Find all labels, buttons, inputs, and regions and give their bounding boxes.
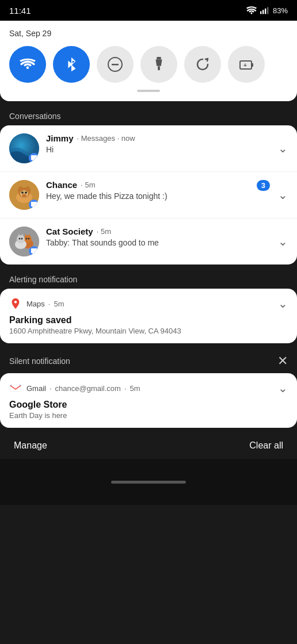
status-time: 11:41: [9, 6, 31, 16]
conversations-card: Jimmy · Messages · now Hi ⌄: [0, 125, 297, 264]
maps-time: 5m: [54, 300, 64, 308]
svg-rect-2: [265, 9, 266, 14]
jimmy-content: Jimmy · Messages · now Hi: [46, 133, 273, 154]
maps-notification[interactable]: Maps · 5m ⌄ Parking saved 1600 Amphithea…: [0, 289, 297, 343]
maps-header: Maps · 5m ⌄: [9, 297, 288, 310]
maps-app-name: Maps: [26, 300, 45, 308]
svg-rect-35: [10, 385, 21, 392]
svg-rect-10: [252, 63, 253, 67]
gmail-title: Google Store: [9, 400, 288, 410]
maps-icon: [9, 297, 22, 310]
flashlight-tile-icon: [151, 56, 167, 72]
gmail-subtitle: Earth Day is here: [9, 411, 288, 420]
tile-autorotate[interactable]: [184, 46, 221, 83]
maps-meta: Maps · 5m: [26, 300, 273, 308]
svg-point-21: [22, 194, 26, 197]
alerting-label: Alerting notification: [0, 269, 297, 289]
svg-rect-0: [260, 12, 261, 14]
messages-icon: [31, 155, 37, 162]
battery-saver-tile-icon: +: [238, 56, 254, 72]
cat-society-content: Cat Society · 5m Tabby: That sounds good…: [46, 227, 273, 247]
avatar-chance: [9, 180, 39, 210]
svg-point-34: [21, 238, 23, 240]
svg-text:+: +: [243, 62, 247, 68]
clear-all-button[interactable]: Clear all: [249, 440, 283, 451]
wifi-icon: [246, 6, 257, 14]
gmail-time: 5m: [130, 384, 140, 393]
svg-rect-3: [267, 7, 268, 14]
conversation-jimmy[interactable]: Jimmy · Messages · now Hi ⌄: [0, 125, 297, 172]
chance-content: Chance · 5m Hey, we made this Pizza toni…: [46, 180, 257, 201]
conversation-chance[interactable]: Chance · 5m Hey, we made this Pizza toni…: [0, 172, 297, 218]
avatar-cat-society: [9, 227, 39, 256]
svg-point-19: [21, 191, 24, 194]
gmail-icon: [9, 382, 22, 394]
svg-rect-7: [158, 66, 160, 70]
gmail-dot2: ·: [124, 384, 127, 393]
maps-address: 1600 Amphitheatre Pkwy, Mountain View, C…: [9, 327, 288, 335]
tile-flashlight[interactable]: [140, 46, 177, 83]
messages-badge-chance: [29, 200, 39, 210]
tile-battery-saver[interactable]: +: [228, 46, 265, 83]
gmail-email: chance@gmail.com: [55, 384, 121, 393]
tile-bluetooth[interactable]: [53, 46, 90, 83]
chance-header: Chance · 5m: [46, 180, 257, 190]
messages-badge-jimmy: [29, 153, 39, 163]
bluetooth-tile-icon: [63, 56, 79, 72]
avatar-jimmy: [9, 133, 39, 163]
chance-name: Chance: [46, 180, 77, 190]
autorotate-tile-icon: [195, 56, 211, 72]
messages-badge-cat: [29, 246, 39, 256]
svg-rect-5: [112, 64, 119, 66]
gmail-notification[interactable]: Gmail · chance@gmail.com · 5m ⌄ Google S…: [0, 373, 297, 428]
svg-point-30: [17, 235, 25, 243]
silent-header: Silent notification ✕: [0, 348, 297, 373]
manage-button[interactable]: Manage: [14, 440, 47, 451]
tile-dnd[interactable]: [97, 46, 134, 83]
silent-close-button[interactable]: ✕: [277, 354, 288, 369]
svg-point-27: [26, 238, 28, 240]
battery-indicator: 83%: [273, 6, 288, 15]
date-display: Sat, Sep 29: [9, 29, 288, 38]
svg-point-20: [25, 191, 27, 194]
svg-rect-1: [262, 10, 264, 14]
home-indicator[interactable]: [111, 481, 186, 484]
chance-time: · 5m: [81, 181, 95, 189]
svg-point-33: [19, 238, 21, 240]
jimmy-app: · Messages · now: [77, 134, 135, 143]
chance-expand-icon[interactable]: ⌄: [278, 188, 288, 202]
status-icons: 83%: [246, 6, 288, 15]
quick-settings-panel: Sat, Sep 29: [0, 21, 297, 101]
chance-badge: 3: [257, 180, 270, 191]
tile-wifi[interactable]: [9, 46, 46, 83]
signal-icon: [260, 6, 269, 14]
maps-dot: ·: [48, 300, 51, 308]
jimmy-message: Hi: [46, 145, 273, 154]
cat-society-name: Cat Society: [46, 227, 93, 236]
maps-title: Parking saved: [9, 315, 288, 325]
maps-expand-icon[interactable]: ⌄: [278, 297, 288, 310]
cat-society-message: Tabby: That sounds good to me: [46, 238, 273, 247]
messages-icon-cat: [31, 248, 37, 255]
svg-point-28: [28, 238, 30, 240]
conversation-cat-society[interactable]: Cat Society · 5m Tabby: That sounds good…: [0, 218, 297, 264]
quick-tiles-row: +: [9, 46, 288, 83]
svg-rect-6: [157, 57, 161, 60]
conversations-label: Conversations: [0, 106, 297, 125]
cat-society-expand-icon[interactable]: ⌄: [278, 235, 288, 248]
jimmy-expand-icon[interactable]: ⌄: [278, 141, 288, 155]
cat-society-header: Cat Society · 5m: [46, 227, 273, 236]
cat-society-time: · 5m: [97, 227, 111, 236]
gmail-app-name: Gmail: [26, 384, 46, 393]
silent-label: Silent notification: [9, 356, 70, 366]
gmail-header: Gmail · chance@gmail.com · 5m ⌄: [9, 381, 288, 395]
bottom-area: [0, 459, 297, 505]
chance-message: Hey, we made this Pizza tonight :): [46, 191, 257, 201]
bottom-bar: Manage Clear all: [0, 432, 297, 459]
wifi-tile-icon: [20, 56, 36, 72]
status-bar: 11:41 83%: [0, 0, 297, 21]
gmail-dot1: ·: [50, 384, 52, 393]
gmail-expand-icon[interactable]: ⌄: [278, 381, 288, 395]
drag-handle[interactable]: [137, 90, 160, 92]
jimmy-header: Jimmy · Messages · now: [46, 133, 273, 143]
